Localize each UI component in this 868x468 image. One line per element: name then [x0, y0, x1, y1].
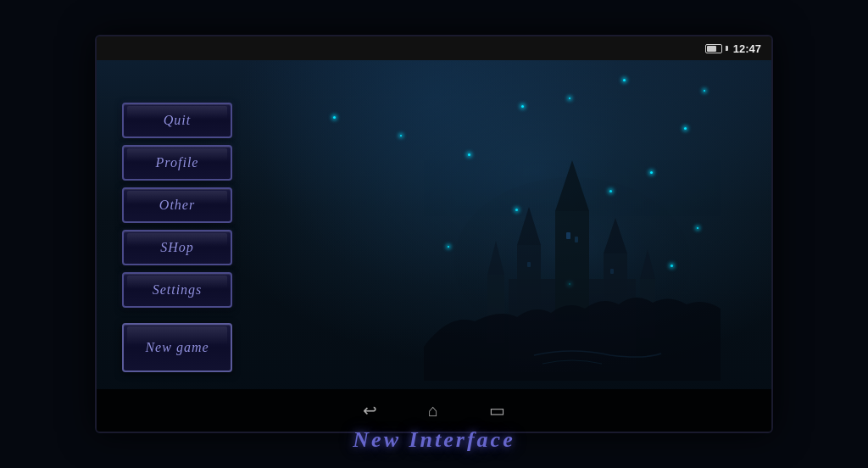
menu-panel: Quit Profile Other SHop Settings New gam…	[122, 103, 232, 372]
shop-button[interactable]: SHop	[122, 230, 232, 265]
recents-button[interactable]: ▭	[489, 400, 505, 421]
castle-silhouette	[424, 143, 721, 381]
status-bar: 12:47	[97, 36, 771, 60]
svg-rect-15	[610, 269, 614, 274]
settings-button[interactable]: Settings	[122, 272, 232, 308]
back-button[interactable]: ↩	[363, 400, 377, 421]
battery-body	[705, 44, 722, 53]
other-button[interactable]: Other	[122, 187, 232, 223]
app-title: New Interface	[353, 427, 515, 453]
svg-rect-14	[527, 262, 531, 267]
quit-button[interactable]: Quit	[122, 103, 232, 138]
svg-rect-13	[575, 237, 578, 242]
battery-indicator	[705, 44, 728, 53]
svg-rect-2	[555, 211, 589, 321]
battery-tip	[726, 46, 728, 51]
new-game-button[interactable]: New game	[122, 323, 232, 372]
clock: 12:47	[733, 42, 761, 55]
game-scene: Quit Profile Other SHop Settings New gam…	[97, 60, 771, 432]
system-nav-bar: ↩ ⌂ ▭	[97, 389, 771, 432]
battery-fill	[707, 46, 716, 52]
home-button[interactable]: ⌂	[428, 401, 438, 421]
device-frame: 12:47	[95, 35, 773, 433]
svg-rect-12	[566, 232, 570, 239]
profile-button[interactable]: Profile	[122, 145, 232, 181]
